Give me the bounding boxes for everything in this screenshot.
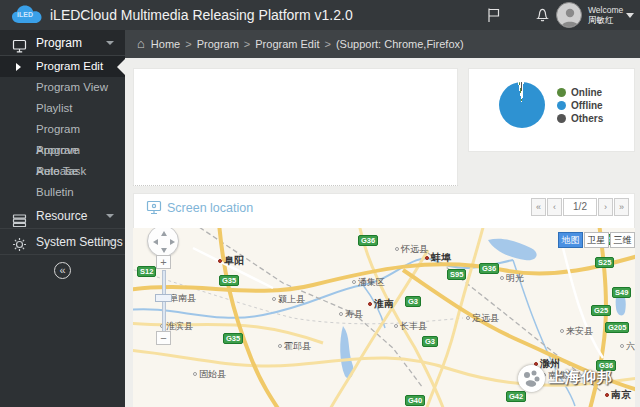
sidebar-section-program[interactable]: Program <box>0 30 125 56</box>
road-badge: G25 <box>591 305 611 316</box>
city-dot <box>352 280 356 284</box>
next-page-button[interactable]: › <box>598 198 613 216</box>
road-badge: G35 <box>219 275 239 286</box>
first-page-button[interactable]: « <box>531 198 546 216</box>
map-city-label: 蚌埠 <box>425 251 451 265</box>
chevron-down-icon <box>106 214 114 218</box>
bell-icon[interactable] <box>535 7 550 27</box>
watermark-text: 上海仰邦 <box>549 368 613 387</box>
map-city-label: 固始县 <box>193 368 226 381</box>
breadcrumb-item[interactable]: Home <box>151 38 180 50</box>
road-badge: S25 <box>595 257 614 268</box>
city-dot <box>500 276 504 280</box>
legend-dot <box>557 101 566 110</box>
city-dot <box>394 324 398 328</box>
city-dot <box>466 316 470 320</box>
sidebar-section-label: Resource <box>36 209 87 223</box>
breadcrumb-item[interactable]: (Support: Chrome,Firefox) <box>336 38 464 50</box>
road-badge: G36 <box>479 263 499 274</box>
home-icon[interactable]: ⌂ <box>137 36 145 51</box>
city-dot <box>560 329 564 333</box>
sidebar-section-resource[interactable]: Resource <box>0 203 125 229</box>
sidebar-item-program-approve[interactable]: Program Approve <box>0 119 125 140</box>
legend-item-others: Others <box>557 113 603 125</box>
map-zoom-out-button[interactable]: − <box>156 331 171 345</box>
map-city-label: 长丰县 <box>394 320 427 333</box>
breadcrumb-item[interactable]: Program Edit <box>255 38 319 50</box>
welcome-block[interactable]: Welcome 周敏红 <box>588 5 623 25</box>
sidebar-nav: Program Program EditProgram ViewPlaylist… <box>0 30 125 407</box>
map-city-label: 怀远县 <box>395 243 428 256</box>
city-dot <box>620 344 624 348</box>
city-dot <box>605 393 609 397</box>
page-indicator: 1/2 <box>563 198 597 216</box>
prev-page-button[interactable]: ‹ <box>547 198 562 216</box>
app-window: iLED iLEDCloud Multimedia Releasing Plat… <box>0 0 640 407</box>
program-submenu: Program EditProgram ViewPlaylistProgram … <box>0 56 125 203</box>
map-zoom-in-button[interactable]: + <box>156 255 171 269</box>
sidebar-item-playlist[interactable]: Playlist <box>0 98 125 119</box>
sidebar-item-auto-task[interactable]: Auto Task <box>0 161 125 182</box>
legend-item-online: Online <box>557 87 603 99</box>
map-city-label: 霍邱县 <box>278 340 311 353</box>
breadcrumb-separator: > <box>324 38 330 50</box>
map-city-label: 南京 <box>605 388 631 402</box>
screen-location-icon <box>146 200 162 219</box>
app-logo-text: iLED <box>17 11 33 18</box>
top-header: iLED iLEDCloud Multimedia Releasing Plat… <box>0 0 640 30</box>
road-badge: G3 <box>405 296 421 307</box>
pie-legend: OnlineOfflineOthers <box>557 87 603 126</box>
welcome-label: Welcome <box>588 5 623 15</box>
city-dot <box>425 256 429 260</box>
stats-summary-card <box>133 68 458 186</box>
screen-status-card: OnlineOfflineOthers <box>468 68 635 152</box>
legend-dot <box>557 88 566 97</box>
road-badge: S49 <box>612 287 631 298</box>
city-dot <box>272 297 276 301</box>
screen-location-header: Screen location «‹1/2›» <box>133 193 635 222</box>
user-avatar[interactable] <box>556 2 582 28</box>
road-badge: G205 <box>605 322 629 333</box>
map-zoom-handle[interactable] <box>155 294 172 302</box>
map-city-label: 淮南 <box>368 297 394 311</box>
city-dot <box>193 372 197 376</box>
sidebar-item-program-edit[interactable]: Program Edit <box>0 56 125 77</box>
map-type-button-3[interactable]: 三维 <box>610 232 635 248</box>
breadcrumb: ⌂Home>Program>Program Edit>(Support: Chr… <box>125 30 640 58</box>
road-badge: S95 <box>447 269 466 280</box>
map-city-label: 明光 <box>500 272 524 285</box>
gear-icon <box>12 235 27 261</box>
city-dot <box>368 302 372 306</box>
last-page-button[interactable]: » <box>614 198 629 216</box>
chevron-down-icon <box>106 41 114 45</box>
map-type-button-2[interactable]: 卫星 <box>584 232 609 248</box>
user-menu-caret-icon[interactable] <box>626 13 634 18</box>
map-pan-control[interactable] <box>147 228 179 257</box>
city-dot <box>395 247 399 251</box>
screen-location-title: Screen location <box>167 201 253 215</box>
breadcrumb-item[interactable]: Program <box>197 38 239 50</box>
breadcrumb-separator: > <box>185 38 191 50</box>
map-canvas[interactable]: 阜阳阜南县淮滨县颍上县潘集区淮南寿县长丰县定远县霍邱县固始县怀远县蚌埠明光来安县… <box>133 228 635 407</box>
road-badge: S12 <box>137 266 156 277</box>
road-badge: G35 <box>223 333 243 344</box>
city-dot <box>339 312 343 316</box>
map-type-button-1[interactable]: 地图 <box>558 232 583 248</box>
road-badge: G36 <box>358 235 378 246</box>
legend-dot <box>557 114 566 123</box>
map-city-label: 六合区 <box>620 340 635 353</box>
map-city-label: 阜阳 <box>218 254 244 268</box>
flag-icon[interactable] <box>486 7 501 27</box>
screen-status-pie-chart <box>499 82 545 128</box>
map-city-label: 潘集区 <box>352 276 385 289</box>
sidebar-section-system-settings[interactable]: System Settings <box>0 229 125 255</box>
sidebar-item-program-view[interactable]: Program View <box>0 77 125 98</box>
sidebar-item-bulletin[interactable]: Bulletin <box>0 182 125 203</box>
user-name: 周敏红 <box>588 15 614 25</box>
map-city-label: 定远县 <box>466 312 499 325</box>
sidebar-item-program-release[interactable]: Program Release <box>0 140 125 161</box>
map-pager: «‹1/2›» <box>530 198 629 216</box>
sidebar-collapse-button[interactable]: « <box>54 262 71 279</box>
road-badge: G42 <box>506 391 526 402</box>
road-badge: G40 <box>405 395 425 406</box>
